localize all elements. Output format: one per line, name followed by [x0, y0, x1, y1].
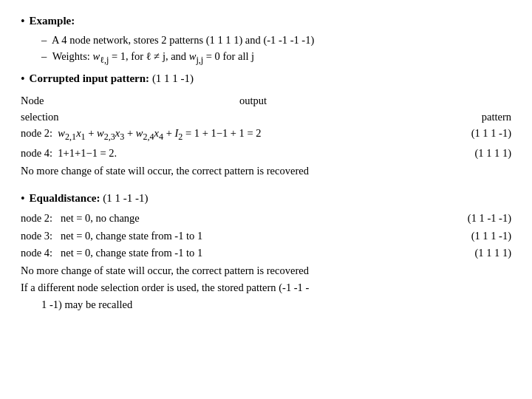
selection-label: selection: [21, 109, 59, 125]
eq-node2-desc: net = 0, no change: [61, 212, 140, 224]
eq-node2-content: node 2: net = 0, no change: [21, 210, 140, 227]
example-sub-items: – A 4 node network, stores 2 patterns (1…: [41, 33, 511, 66]
pattern-label: pattern: [482, 109, 511, 125]
eq-node3-label: node 3:: [21, 230, 52, 242]
eq-node4-row: node 4: net = 0, change state from -1 to…: [21, 245, 511, 262]
header-node-selection: Node output: [21, 92, 511, 109]
eq-node4-output: (1 1 1 1): [474, 245, 511, 262]
equaldist-section: • Equaldistance: (1 1 -1 -1) node 2: net…: [21, 191, 511, 313]
main-content: • Example: – A 4 node network, stores 2 …: [21, 13, 511, 313]
no-change-1: No more change of state will occur, the …: [21, 163, 511, 179]
example-section: • Example: – A 4 node network, stores 2 …: [21, 13, 511, 66]
example-label: Example:: [30, 13, 75, 30]
eq-node2-output: (1 1 -1 -1): [468, 210, 511, 227]
bullet-icon-2: •: [21, 71, 25, 87]
equaldist-label: Equaldistance: (1 1 -1 -1): [30, 191, 149, 207]
node4-output: (1 1 1 1): [474, 145, 511, 161]
eq-node3-output: (1 1 1 -1): [471, 228, 511, 245]
node2-row: node 2: w2,1x1 + w2,3x3 + w2,4x4 + I2 = …: [21, 125, 511, 144]
eq-node3-content: node 3: net = 0, change state from -1 to…: [21, 228, 202, 245]
bullet-icon-3: •: [21, 191, 25, 207]
eq-node4-label: node 4:: [21, 247, 52, 259]
bullet-icon: •: [21, 13, 25, 30]
recalled-text: 1 -1) may be recalled: [41, 296, 511, 313]
eq-node4-desc: net = 0, change state from -1 to 1: [61, 247, 202, 259]
equaldist-bullet: • Equaldistance: (1 1 -1 -1): [21, 191, 511, 207]
eq-node4-content: node 4: net = 0, change state from -1 to…: [21, 245, 202, 262]
node2-output: (1 1 1 -1): [471, 125, 511, 144]
eq-node3-row: node 3: net = 0, change state from -1 to…: [21, 228, 511, 245]
node4-row: node 4: 1+1+1−1 = 2. (1 1 1 1): [21, 145, 511, 161]
table-header: Node output: [21, 92, 511, 109]
header-row-2: selection pattern: [21, 109, 511, 125]
node2-label: node 2: w2,1x1 + w2,3x3 + w2,4x4 + I2 = …: [21, 125, 471, 144]
different-order: If a different node selection order is u…: [21, 279, 511, 296]
example-sub2: – Weights: wℓ,j = 1, for ℓ ≠ j, and wj,j…: [41, 49, 511, 66]
corrupted-bullet: • Corrupted input pattern: (1 1 1 -1): [21, 71, 511, 87]
corrupted-section: • Corrupted input pattern: (1 1 1 -1): [21, 71, 511, 87]
corrupted-label: Corrupted input pattern: (1 1 1 -1): [30, 71, 194, 87]
weights-label: Weights: wℓ,j = 1, for ℓ ≠ j, and wj,j =…: [52, 50, 255, 62]
eq-node3-desc: net = 0, change state from -1 to 1: [61, 230, 202, 242]
eq-node2-row: node 2: net = 0, no change (1 1 -1 -1): [21, 210, 511, 227]
example-sub1: – A 4 node network, stores 2 patterns (1…: [41, 33, 511, 49]
no-change-2: No more change of state will occur, the …: [21, 262, 511, 279]
node4-label: node 4: 1+1+1−1 = 2.: [21, 145, 474, 161]
example-bullet: • Example:: [21, 13, 511, 30]
eq-node2-label: node 2:: [21, 212, 52, 224]
